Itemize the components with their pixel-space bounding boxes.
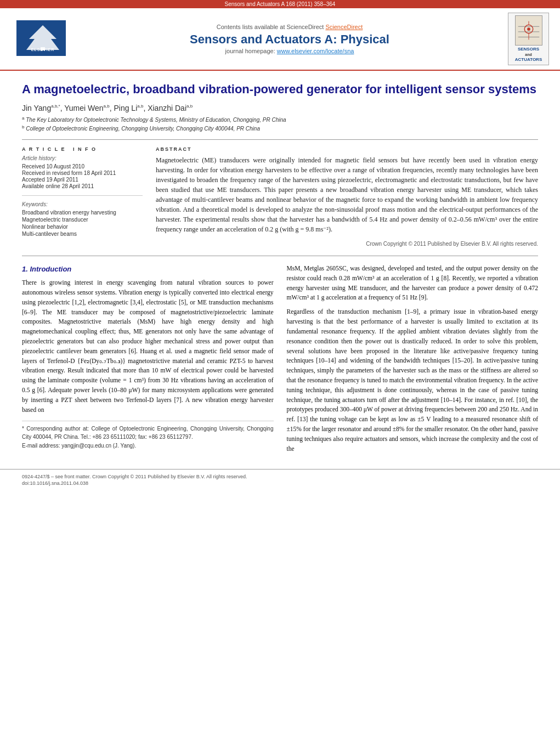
affiliation-b: b College of Optoelectronic Engineering,…	[22, 125, 538, 132]
footnote-email: E-mail address: yangjin@cqu.edu.cn (J. Y…	[22, 442, 274, 450]
journal-header: ELSEVIER Contents lists available at Sci…	[0, 8, 560, 71]
article-history-header: Article history:	[22, 155, 143, 161]
section-divider	[22, 256, 538, 256]
author-4: Xianzhi Daia,b	[148, 104, 193, 112]
homepage-url[interactable]: www.elsevier.com/locate/sna	[277, 48, 354, 54]
author-2: Yumei Wena,b,	[64, 104, 111, 112]
keyword-2: Magnetoelectric transducer	[22, 217, 143, 223]
main-content: A magnetoelectric, broadband vibration-p…	[0, 71, 560, 470]
copyright-line: Crown Copyright © 2011 Published by Else…	[156, 239, 538, 247]
author-3: Ping Lia,b,	[114, 104, 145, 112]
footnote: * Corresponding author at: College of Op…	[22, 421, 274, 450]
intro-heading: 1. Introduction	[22, 264, 274, 275]
svg-point-9	[527, 27, 530, 31]
authors-line: Jin Yanga,b,*, Yumei Wena,b, Ping Lia,b,…	[22, 104, 538, 112]
received-date: Received 10 August 2010	[22, 163, 143, 169]
body-para-right-2: Regardless of the transduction mechanism…	[287, 307, 539, 454]
keyword-1: Broadband vibration energy harvesting	[22, 210, 143, 216]
sa-logo-image	[515, 15, 542, 46]
abstract-label: ABSTRACT	[156, 146, 538, 152]
article-info-col: A R T I C L E I N F O Article history: R…	[22, 146, 143, 247]
journal-homepage: journal homepage: www.elsevier.com/locat…	[71, 48, 508, 54]
page-footer: 0924-4247/$ – see front matter. Crown Co…	[0, 469, 560, 490]
affiliation-a: a The Key Laboratory for Optoelectronic …	[22, 116, 538, 123]
elsevier-logo-box: ELSEVIER	[16, 20, 66, 56]
article-info-abstract: A R T I C L E I N F O Article history: R…	[22, 139, 538, 247]
sciencedirect-link[interactable]: ScienceDirect	[325, 24, 363, 30]
homepage-label: journal homepage:	[225, 48, 275, 54]
footer-issn: 0924-4247/$ – see front matter. Crown Co…	[22, 474, 538, 479]
banner-text: Sensors and Actuators A 168 (2011) 358–3…	[225, 1, 336, 7]
top-banner: Sensors and Actuators A 168 (2011) 358–3…	[0, 0, 560, 8]
paper-title: A magnetoelectric, broadband vibration-p…	[22, 82, 538, 98]
body-col-left: 1. Introduction There is growing interes…	[22, 264, 274, 458]
footer-doi: doi:10.1016/j.sna.2011.04.038	[22, 480, 538, 486]
author-1: Jin Yanga,b,*,	[22, 104, 63, 112]
keywords: Keywords: Broadband vibration energy har…	[22, 201, 143, 237]
keyword-4: Multi-cantilever beams	[22, 231, 143, 237]
footnote-star: * Corresponding author at: College of Op…	[22, 425, 274, 442]
available-date: Available online 28 April 2011	[22, 183, 143, 189]
sa-logo-text: SENSORS and ACTUATORS	[515, 47, 542, 63]
article-info-label: A R T I C L E I N F O	[22, 146, 143, 152]
keywords-header: Keywords:	[22, 201, 143, 207]
body-col-right: MsM, Metglas 2605SC, was designed, devel…	[287, 264, 539, 458]
body-text: 1. Introduction There is growing interes…	[22, 264, 538, 458]
intro-para-1: There is growing interest in energy scav…	[22, 278, 274, 415]
journal-title: Sensors and Actuators A: Physical	[71, 32, 508, 47]
abstract-col: ABSTRACT Magnetoelectric (ME) transducer…	[156, 146, 538, 247]
body-para-right-1: MsM, Metglas 2605SC, was designed, devel…	[287, 264, 539, 303]
abstract-text: Magnetoelectric (ME) transducers were or…	[156, 155, 538, 234]
keyword-3: Nonlinear behavior	[22, 224, 143, 230]
svg-text:ELSEVIER: ELSEVIER	[31, 48, 55, 52]
article-history: Article history: Received 10 August 2010…	[22, 155, 143, 196]
elsevier-logo: ELSEVIER	[11, 20, 71, 57]
contents-label: Contents lists available at ScienceDirec…	[217, 24, 324, 30]
revised-date: Received in revised form 18 April 2011	[22, 170, 143, 176]
sa-logo: SENSORS and ACTUATORS	[508, 13, 549, 65]
journal-header-center: Contents lists available at ScienceDirec…	[71, 24, 508, 54]
affiliations: a The Key Laboratory for Optoelectronic …	[22, 116, 538, 132]
accepted-date: Accepted 19 April 2011	[22, 177, 143, 183]
